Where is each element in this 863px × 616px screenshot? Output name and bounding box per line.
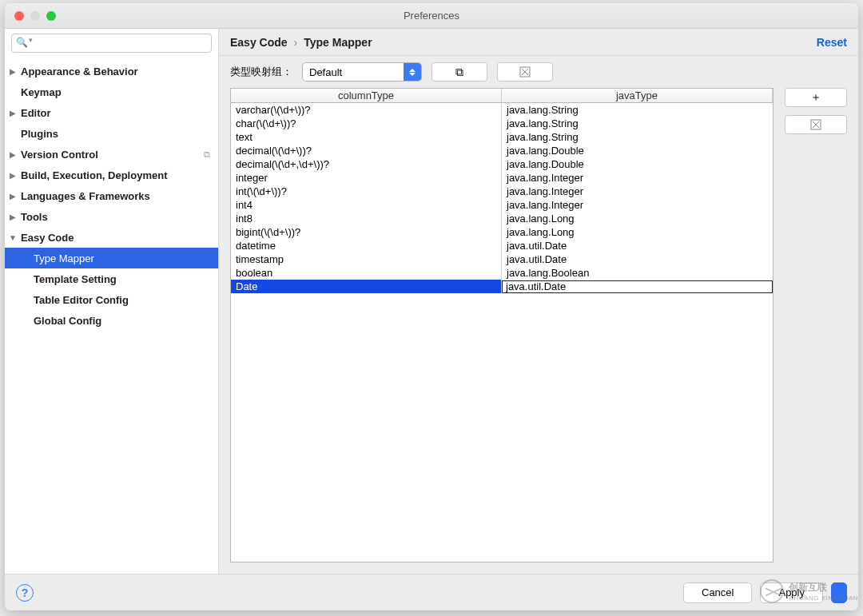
table-cell-javatype[interactable]: java.lang.Long — [502, 212, 773, 225]
table-cell-columntype[interactable]: char(\(\d+\))? — [231, 117, 502, 130]
table-cell-javatype[interactable]: java.lang.Boolean — [502, 266, 773, 280]
sidebar-item-easy-code[interactable]: ▼Easy Code — [5, 227, 218, 248]
help-button[interactable]: ? — [16, 584, 34, 602]
preferences-window: Preferences 🔍 ▾ ▶Appearance & BehaviorKe… — [5, 3, 858, 610]
type-mapper-table: columnTypejavaTypevarchar(\(\d+\))?java.… — [230, 88, 774, 562]
search-icon: 🔍 — [16, 37, 28, 48]
remove-row-button[interactable] — [785, 115, 847, 134]
sidebar-item-label: Template Setting — [34, 273, 117, 285]
type-mapper-toolbar: 类型映射组： Default ⧉ — [219, 56, 858, 88]
table-cell-columntype[interactable]: decimal(\(\d+\))? — [231, 144, 502, 157]
watermark-brand: 创新互联 — [789, 581, 858, 594]
table-cell-javatype[interactable] — [502, 280, 773, 293]
table-cell-columntype[interactable]: Date — [231, 280, 502, 293]
chevron-right-icon: ▶ — [5, 67, 21, 76]
sidebar-item-label: Table Editor Config — [34, 294, 129, 306]
sidebar-item-table-editor-config[interactable]: Table Editor Config — [5, 289, 218, 310]
watermark-sub: CHUANG XINTULIAN — [789, 594, 858, 602]
table-cell-columntype[interactable]: integer — [231, 171, 502, 185]
sidebar-item-global-config[interactable]: Global Config — [5, 310, 218, 331]
copy-button[interactable]: ⧉ — [432, 62, 487, 81]
table-cell-columntype[interactable]: text — [231, 130, 502, 144]
sidebar-item-label: Keymap — [21, 86, 62, 98]
sidebar-item-label: Editor — [21, 107, 51, 119]
cancel-button[interactable]: Cancel — [683, 582, 752, 603]
dropdown-arrow-icon: ▾ — [29, 36, 33, 44]
table-cell-javatype[interactable]: java.lang.String — [502, 130, 773, 144]
titlebar: Preferences — [5, 3, 858, 29]
sidebar-item-tools[interactable]: ▶Tools — [5, 206, 218, 227]
chevron-right-icon: ▶ — [5, 171, 21, 180]
sidebar-item-type-mapper[interactable]: Type Mapper — [5, 248, 218, 268]
sidebar-item-editor[interactable]: ▶Editor — [5, 102, 218, 123]
table-cell-javatype[interactable]: java.lang.Integer — [502, 185, 773, 198]
chevron-right-icon: ▶ — [5, 150, 21, 159]
x-box-icon — [810, 119, 821, 130]
sidebar-item-build-execution-deployment[interactable]: ▶Build, Execution, Deployment — [5, 165, 218, 185]
search-input[interactable] — [11, 34, 212, 53]
breadcrumb: Easy Code › Type Mapper Reset — [219, 29, 858, 56]
select-caret-icon — [404, 63, 421, 81]
table-cell-javatype[interactable]: java.util.Date — [502, 252, 773, 266]
help-icon: ? — [22, 586, 29, 599]
delete-group-button[interactable] — [497, 62, 553, 81]
sidebar-item-label: Plugins — [21, 128, 58, 140]
watermark: 创新互联 CHUANG XINTULIAN — [760, 579, 858, 603]
sidebar-item-template-setting[interactable]: Template Setting — [5, 268, 218, 289]
table-cell-columntype[interactable]: int(\(\d+\))? — [231, 185, 502, 198]
table-cell-javatype[interactable]: java.lang.Long — [502, 225, 773, 239]
table-cell-columntype[interactable]: int8 — [231, 212, 502, 225]
sidebar-item-plugins[interactable]: Plugins — [5, 123, 218, 144]
table-cell-columntype[interactable]: int4 — [231, 198, 502, 212]
table-cell-javatype[interactable]: java.lang.Integer — [502, 171, 773, 185]
table-cell-javatype[interactable]: java.lang.String — [502, 103, 773, 117]
sidebar-item-label: Easy Code — [21, 232, 74, 244]
search-wrap: 🔍 ▾ — [5, 29, 218, 58]
table-cell-columntype[interactable]: boolean — [231, 266, 502, 280]
chevron-down-icon: ▼ — [5, 233, 21, 242]
chevron-right-icon: ▶ — [5, 192, 21, 201]
watermark-logo-icon — [760, 579, 784, 603]
x-box-icon — [519, 66, 531, 77]
table-cell-columntype[interactable]: bigint(\(\d+\))? — [231, 225, 502, 239]
table-cell-columntype[interactable]: varchar(\(\d+\))? — [231, 103, 502, 117]
table-cell-columntype[interactable]: datetime — [231, 239, 502, 252]
table-cell-javatype[interactable]: java.lang.Double — [502, 144, 773, 157]
sidebar-item-label: Global Config — [34, 315, 101, 327]
scope-icon: ⧉ — [204, 149, 210, 160]
copy-icon: ⧉ — [455, 66, 463, 79]
breadcrumb-leaf: Type Mapper — [304, 36, 372, 49]
settings-tree: ▶Appearance & BehaviorKeymap▶EditorPlugi… — [5, 58, 218, 574]
breadcrumb-root[interactable]: Easy Code — [230, 36, 288, 49]
group-select[interactable]: Default — [302, 62, 422, 81]
sidebar-item-label: Type Mapper — [34, 252, 94, 264]
column-header-javatype[interactable]: javaType — [502, 89, 773, 103]
reset-link[interactable]: Reset — [817, 36, 847, 49]
table-cell-javatype[interactable]: java.lang.Double — [502, 157, 773, 171]
table-cell-javatype[interactable]: java.lang.String — [502, 117, 773, 130]
sidebar-item-keymap[interactable]: Keymap — [5, 81, 218, 102]
plus-icon: ＋ — [810, 90, 821, 105]
sidebar-item-label: Languages & Frameworks — [21, 190, 150, 202]
add-row-button[interactable]: ＋ — [785, 88, 847, 107]
table-cell-columntype[interactable]: decimal(\(\d+,\d+\))? — [231, 157, 502, 171]
chevron-right-icon: ▶ — [5, 109, 21, 117]
chevron-right-icon: ▶ — [5, 213, 21, 221]
table-cell-columntype[interactable]: timestamp — [231, 252, 502, 266]
breadcrumb-separator: › — [294, 36, 298, 49]
sidebar: 🔍 ▾ ▶Appearance & BehaviorKeymap▶EditorP… — [5, 29, 219, 574]
table-action-buttons: ＋ — [785, 88, 847, 562]
table-cell-javatype[interactable]: java.util.Date — [502, 239, 773, 252]
column-header-columntype[interactable]: columnType — [231, 89, 502, 103]
sidebar-item-languages-frameworks[interactable]: ▶Languages & Frameworks — [5, 185, 218, 206]
sidebar-item-appearance-behavior[interactable]: ▶Appearance & Behavior — [5, 61, 218, 81]
sidebar-item-label: Tools — [21, 211, 48, 223]
group-label: 类型映射组： — [230, 65, 292, 79]
sidebar-item-label: Appearance & Behavior — [21, 66, 138, 77]
javatype-editor-input[interactable] — [502, 280, 773, 293]
group-select-value: Default — [309, 66, 342, 78]
sidebar-item-label: Build, Execution, Deployment — [21, 169, 167, 181]
sidebar-item-version-control[interactable]: ▶Version Control⧉ — [5, 144, 218, 165]
footer: ? Cancel Apply — [5, 574, 858, 610]
table-cell-javatype[interactable]: java.lang.Integer — [502, 198, 773, 212]
